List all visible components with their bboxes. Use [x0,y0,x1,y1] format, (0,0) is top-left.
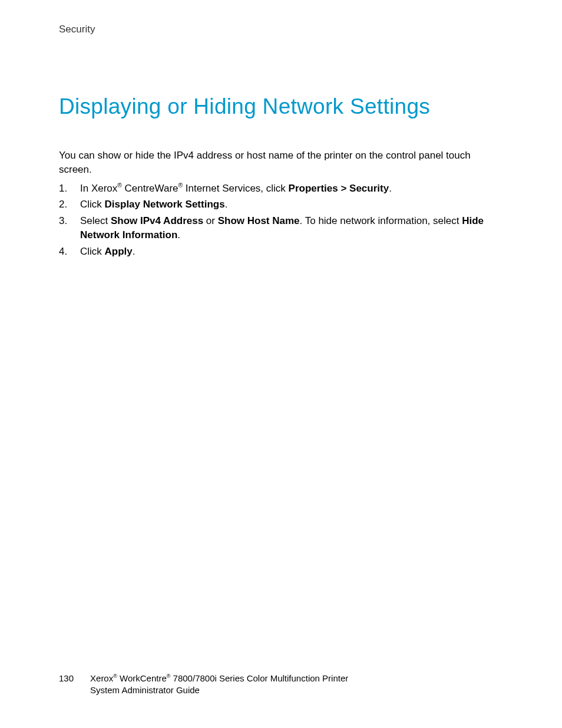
intro-paragraph: You can show or hide the IPv4 address or… [59,149,503,177]
page-footer: 130 Xerox® WorkCentre® 7800/7800i Series… [59,673,348,696]
step-number: 3. [59,214,67,228]
document-page: Security Displaying or Hiding Network Se… [0,0,562,728]
registered-mark: ® [178,182,183,189]
registered-mark: ® [113,673,117,679]
section-header: Security [59,24,503,35]
step-text: CentreWare [122,183,178,194]
step-text: . To hide network information, select [300,215,462,226]
step-text: or [203,215,218,226]
step-text: In Xerox [80,183,117,194]
footer-line-1: Xerox® WorkCentre® 7800/7800i Series Col… [90,673,348,684]
page-number: 130 [59,673,74,684]
step-2: 2. Click Display Network Settings. [59,197,503,212]
step-text: Click [80,199,105,210]
registered-mark: ® [117,182,122,189]
step-bold: Show Host Name [218,215,300,226]
step-number: 1. [59,182,67,196]
step-bold: Properties > Security [289,183,389,194]
footer-line-2: System Administrator Guide [90,684,348,696]
page-title: Displaying or Hiding Network Settings [59,94,503,119]
step-1: 1. In Xerox® CentreWare® Internet Servic… [59,182,503,196]
step-text: . [225,199,228,210]
footer-text-part: Xerox [90,673,113,683]
footer-text-part: WorkCentre [117,673,167,683]
step-4: 4. Click Apply. [59,245,503,259]
step-bold: Show IPv4 Address [111,215,203,226]
step-3: 3. Select Show IPv4 Address or Show Host… [59,214,503,242]
step-text: . [177,229,180,241]
footer-text-part: 7800/7800i Series Color Multifunction Pr… [170,673,348,683]
step-text: Select [80,215,111,226]
footer-text: Xerox® WorkCentre® 7800/7800i Series Col… [90,673,348,696]
steps-list: 1. In Xerox® CentreWare® Internet Servic… [59,182,503,259]
step-text: . [133,246,135,257]
step-bold: Display Network Settings [105,199,225,210]
step-number: 4. [59,245,67,259]
step-bold: Apply [105,246,133,257]
step-text: . [389,183,392,194]
step-text: Click [80,246,105,257]
step-number: 2. [59,197,67,212]
step-text: Internet Services, click [183,183,289,194]
